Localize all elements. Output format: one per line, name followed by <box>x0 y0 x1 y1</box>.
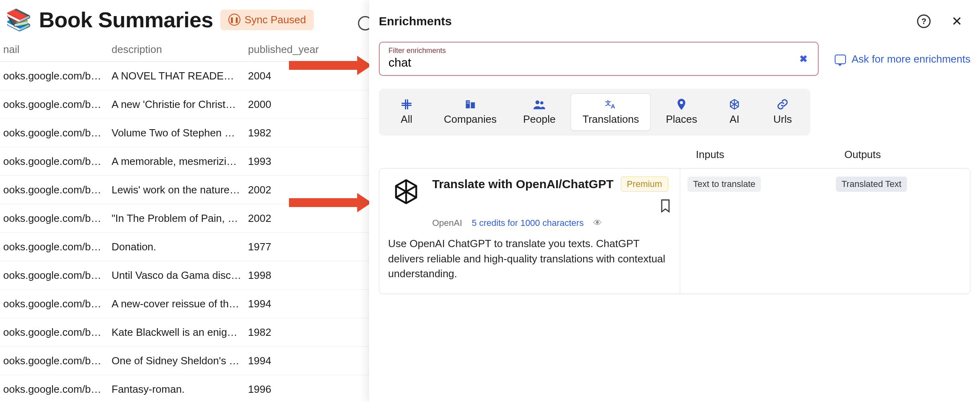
col-header-url[interactable]: nail <box>0 43 108 56</box>
cell-url: ooks.google.com/b… <box>0 155 108 168</box>
cell-year: 2002 <box>245 212 325 225</box>
svg-rect-3 <box>468 102 469 102</box>
filter-enrichments-field[interactable]: Filter enrichments ✖ <box>379 42 819 76</box>
outputs-header: Outputs <box>828 148 977 161</box>
premium-badge: Premium <box>621 177 668 192</box>
inputs-header: Inputs <box>680 148 828 161</box>
col-header-year[interactable]: published_year <box>245 43 325 56</box>
cell-url: ooks.google.com/b… <box>0 269 108 282</box>
cell-year: 1994 <box>245 298 325 310</box>
svg-point-10 <box>680 101 683 104</box>
cell-year: 1994 <box>245 355 325 367</box>
cell-description: Fantasy-roman. <box>108 383 245 396</box>
tab-companies[interactable]: Companies <box>433 93 508 131</box>
openai-icon <box>388 177 424 213</box>
cell-description: Until Vasco da Gama discov… <box>108 269 245 282</box>
table-row[interactable]: ooks.google.com/b…Kate Blackwell is an e… <box>0 318 369 347</box>
io-header: Inputs Outputs <box>369 136 980 168</box>
table-row[interactable]: ooks.google.com/b…Until Vasco da Gama di… <box>0 261 369 290</box>
cell-url: ooks.google.com/b… <box>0 298 108 310</box>
page-title: Book Summaries <box>39 7 213 32</box>
cell-description: A memorable, mesmerizing … <box>108 155 245 168</box>
all-icon <box>401 98 413 111</box>
cell-url: ooks.google.com/b… <box>0 212 108 225</box>
chat-icon <box>835 55 846 64</box>
tab-ai[interactable]: AI <box>712 93 756 131</box>
cell-url: ooks.google.com/b… <box>0 241 108 253</box>
help-icon[interactable]: ? <box>917 14 931 28</box>
title-row: 📚 Book Summaries ❚❚ Sync Paused <box>0 0 369 43</box>
annotation-arrow-1 <box>289 59 372 71</box>
bookmark-icon[interactable] <box>660 199 671 215</box>
ai-icon <box>728 98 741 111</box>
result-description: Use OpenAI ChatGPT to translate you text… <box>388 236 671 282</box>
tab-label: All <box>401 113 413 126</box>
table-row[interactable]: ooks.google.com/b…A memorable, mesmerizi… <box>0 147 369 176</box>
clear-filter-icon[interactable]: ✖ <box>799 53 807 65</box>
ask-more-enrichments-link[interactable]: Ask for more enrichments <box>835 42 970 65</box>
svg-rect-1 <box>471 102 475 108</box>
cell-url: ooks.google.com/b… <box>0 70 108 82</box>
result-inputs-cell: Text to translate <box>680 169 829 294</box>
cell-url: ooks.google.com/b… <box>0 383 108 396</box>
panel-title: Enrichments <box>379 14 452 28</box>
tab-label: Urls <box>773 113 792 126</box>
cell-url: ooks.google.com/b… <box>0 184 108 196</box>
tab-places[interactable]: Places <box>655 93 708 131</box>
pause-icon: ❚❚ <box>228 14 240 26</box>
credits-info-icon: 👁 <box>593 218 602 228</box>
result-credits[interactable]: 5 credits for 1000 characters <box>472 218 584 228</box>
enrichment-result-card[interactable]: Translate with OpenAI/ChatGPT Premium Op… <box>379 168 970 294</box>
cell-description: Kate Blackwell is an enigma… <box>108 326 245 339</box>
enrichments-panel: Enrichments ? ✕ Filter enrichments ✖ Ask… <box>369 0 980 402</box>
filter-input[interactable] <box>388 56 775 69</box>
cell-year: 1977 <box>245 241 325 253</box>
cell-year: 2000 <box>245 98 325 111</box>
data-table: nail description published_year ooks.goo… <box>0 43 369 402</box>
cell-year: 2002 <box>245 184 325 196</box>
table-row[interactable]: ooks.google.com/b…Donation.1977 <box>0 233 369 261</box>
tab-urls[interactable]: Urls <box>760 93 805 131</box>
sync-label: Sync Paused <box>244 14 306 26</box>
cell-description: A NOVEL THAT READERS a… <box>108 70 245 82</box>
translations-icon: 文A <box>604 98 617 111</box>
cell-year: 1993 <box>245 155 325 168</box>
svg-point-6 <box>535 100 539 104</box>
svg-rect-5 <box>468 103 469 104</box>
close-icon[interactable]: ✕ <box>952 14 962 29</box>
places-icon <box>676 98 687 111</box>
input-chip: Text to translate <box>687 177 761 192</box>
cell-year: 1982 <box>245 127 325 139</box>
companies-icon <box>464 98 476 111</box>
sync-paused-badge[interactable]: ❚❚ Sync Paused <box>220 10 314 30</box>
svg-rect-4 <box>467 103 468 104</box>
cell-description: Volume Two of Stephen Do… <box>108 127 245 139</box>
people-icon <box>533 98 546 111</box>
cell-url: ooks.google.com/b… <box>0 98 108 111</box>
tab-people[interactable]: People <box>512 93 567 131</box>
table-row[interactable]: ooks.google.com/b…One of Sidney Sheldon'… <box>0 347 369 375</box>
svg-text:文: 文 <box>605 100 611 106</box>
svg-rect-0 <box>466 100 470 108</box>
tab-label: People <box>523 113 556 126</box>
tab-all[interactable]: All <box>384 93 429 131</box>
tab-translations[interactable]: 文ATranslations <box>571 93 651 131</box>
table-row[interactable]: ooks.google.com/b…Fantasy-roman.1996 <box>0 375 369 402</box>
cell-url: ooks.google.com/b… <box>0 355 108 367</box>
table-row[interactable]: ooks.google.com/b…Volume Two of Stephen … <box>0 119 369 147</box>
cell-description: Donation. <box>108 241 245 253</box>
table-row[interactable]: ooks.google.com/b…A new 'Christie for Ch… <box>0 90 369 119</box>
filter-label: Filter enrichments <box>388 47 809 55</box>
col-header-description[interactable]: description <box>108 43 245 56</box>
cell-description: A new-cover reissue of the f… <box>108 298 245 310</box>
annotation-arrow-2 <box>289 197 372 209</box>
table-row[interactable]: ooks.google.com/b…A new-cover reissue of… <box>0 290 369 318</box>
svg-rect-2 <box>467 102 468 102</box>
cell-description: "In The Problem of Pain, C.S… <box>108 212 245 225</box>
cell-url: ooks.google.com/b… <box>0 326 108 339</box>
result-title: Translate with OpenAI/ChatGPT <box>432 177 614 191</box>
cell-year: 2004 <box>245 70 325 82</box>
books-icon: 📚 <box>6 9 32 30</box>
result-vendor: OpenAI <box>432 218 462 228</box>
cell-description: Lewis' work on the nature of… <box>108 184 245 196</box>
